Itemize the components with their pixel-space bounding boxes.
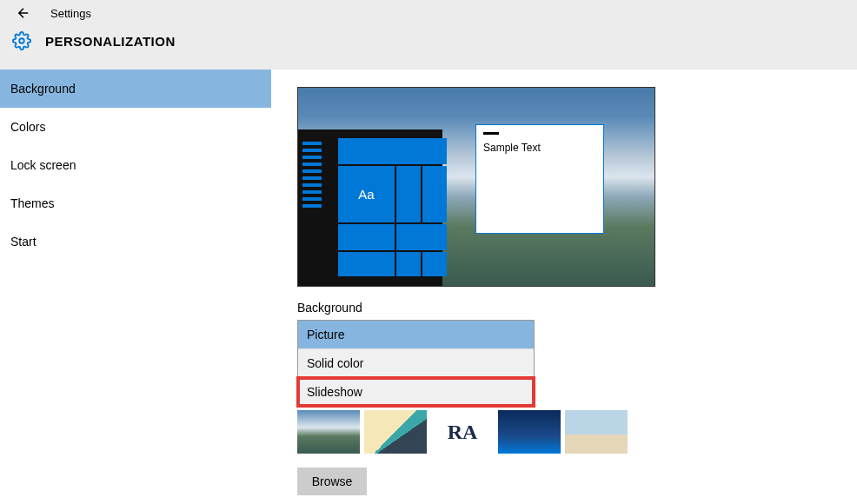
thumbnail-1[interactable]	[297, 410, 360, 454]
background-label: Background	[297, 301, 831, 315]
preview-nav-icons	[302, 142, 322, 211]
gear-icon	[12, 31, 31, 50]
page-title: PERSONALIZATION	[45, 34, 176, 49]
main-panel: Aa Sample Text Background Picture Solid …	[271, 70, 857, 504]
sidebar-item-lock-screen[interactable]: Lock screen	[0, 146, 271, 184]
preview-sample-window: Sample Text	[475, 124, 604, 234]
picture-thumbnails: RA	[297, 410, 831, 454]
topbar: Settings PERSONALIZATION	[0, 0, 857, 70]
thumbnail-5[interactable]	[565, 410, 628, 454]
sidebar-item-colors[interactable]: Colors	[0, 108, 271, 146]
browse-button[interactable]: Browse	[297, 468, 367, 495]
back-icon[interactable]	[16, 5, 31, 21]
thumbnail-2[interactable]	[364, 410, 427, 454]
preview-sample-text: Sample Text	[483, 142, 596, 154]
settings-label: Settings	[50, 7, 91, 20]
sidebar-item-background[interactable]: Background	[0, 70, 271, 108]
thumbnail-3[interactable]: RA	[431, 410, 494, 454]
preview-tiles: Aa	[338, 138, 447, 276]
sidebar-item-themes[interactable]: Themes	[0, 184, 271, 222]
background-dropdown[interactable]: Picture Solid color Slideshow	[297, 320, 535, 407]
background-preview: Aa Sample Text	[297, 87, 655, 287]
thumbnail-4[interactable]	[498, 410, 561, 454]
sidebar-item-start[interactable]: Start	[0, 222, 271, 261]
dropdown-option-slideshow[interactable]: Slideshow	[298, 378, 534, 406]
preview-start-menu: Aa	[298, 129, 442, 286]
svg-point-0	[19, 38, 24, 43]
dropdown-option-picture[interactable]: Picture	[298, 321, 534, 349]
sidebar: Background Colors Lock screen Themes Sta…	[0, 70, 271, 504]
preview-tile-aa: Aa	[338, 166, 395, 222]
dropdown-option-solid-color[interactable]: Solid color	[298, 349, 534, 378]
